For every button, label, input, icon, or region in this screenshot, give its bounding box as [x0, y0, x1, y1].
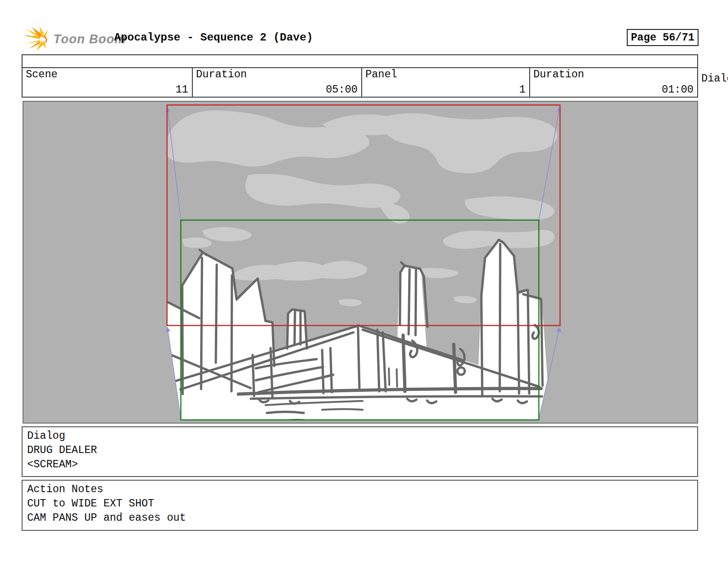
scene-value: 11: [175, 84, 188, 96]
dialog-section-title: Dialog: [27, 429, 693, 443]
panel-duration-label: Duration: [533, 69, 584, 81]
scene-cell: Scene 11: [23, 68, 193, 97]
dialog-text: <SCREAM>: [27, 458, 693, 472]
page-number-box: Page 56/71: [627, 29, 699, 46]
page-number-label: Page 56/71: [631, 32, 694, 44]
panel-info-table: Scene 11 Duration 05:00 Panel 1 Duration…: [22, 54, 698, 98]
storyboard-panel-image: [23, 101, 698, 424]
dialog-section: Dialog DRUG DEALER <SCREAM>: [22, 426, 698, 477]
panel-duration-cell: Duration 01:00: [530, 68, 697, 97]
panel-duration-value: 01:00: [662, 84, 693, 96]
panel-artwork: [23, 102, 697, 423]
scene-duration-label: Duration: [196, 69, 247, 81]
sketch-artwork: [167, 105, 560, 421]
scene-duration-cell: Duration 05:00: [193, 68, 362, 97]
storyboard-export-page: { "header": { "logo_text": "Toon Boom", …: [0, 0, 728, 564]
action-note-line: CAM PANS UP and eases out: [27, 511, 693, 525]
scene-label: Scene: [26, 69, 58, 81]
project-title: Apocalypse - Sequence 2 (Dave): [114, 31, 313, 44]
dialog-character: DRUG DEALER: [27, 443, 693, 458]
panel-cell: Panel 1: [362, 68, 530, 97]
clipped-dialog-column-label: Dialog: [701, 73, 728, 85]
info-table-empty-row: [23, 55, 697, 68]
action-notes-title: Action Notes: [27, 483, 693, 497]
scene-duration-value: 05:00: [326, 84, 358, 96]
toonboom-starburst-icon: [23, 26, 52, 52]
panel-value: 1: [519, 84, 526, 96]
panel-label: Panel: [365, 69, 397, 81]
action-note-line: CUT to WIDE EXT SHOT: [27, 497, 693, 511]
action-notes-section: Action Notes CUT to WIDE EXT SHOT CAM PA…: [22, 480, 698, 531]
